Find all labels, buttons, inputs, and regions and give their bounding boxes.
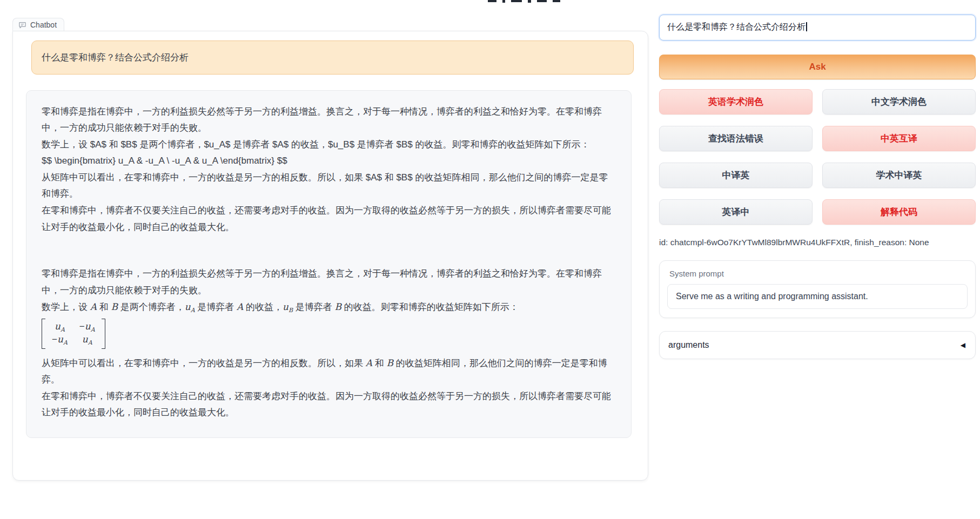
ask-button[interactable]: Ask — [659, 55, 976, 79]
bot-rendered-block: 零和博弈是指在博弈中，一方的利益损失必然等于另一方的利益增益。换言之，对于每一种… — [42, 266, 616, 421]
bot-raw-markdown-block: 零和博弈是指在博弈中，一方的利益损失必然等于另一方的利益增益。换言之，对于每一种… — [42, 104, 616, 236]
bot-rendered-paragraph: 在零和博弈中，博弈者不仅要关注自己的收益，还需要考虑对手的收益。因为一方取得的收… — [42, 388, 616, 421]
system-prompt-panel: System prompt Serve me as a writing and … — [659, 260, 976, 318]
system-prompt-input[interactable]: Serve me as a writing and programming as… — [667, 284, 968, 309]
matrix-cell: −uA — [52, 334, 68, 347]
text-caret — [806, 22, 807, 31]
matrix-left-bracket — [42, 319, 45, 349]
bot-raw-paragraph: 数学上，设 $A$ 和 $B$ 是两个博弈者，$u_A$ 是博弈者 $A$ 的收… — [42, 137, 616, 153]
matrix-cell: uA — [79, 334, 95, 347]
question-input[interactable]: 什么是零和博弈？结合公式介绍分析 — [659, 15, 976, 41]
button-zh-en-mutual-translate[interactable]: 中英互译 — [822, 126, 976, 151]
controls-column: 什么是零和博弈？结合公式介绍分析 Ask 英语学术润色 中文学术润色 查找语法错… — [659, 15, 976, 359]
bot-raw-paragraph: 从矩阵中可以看出，在零和博弈中，一方的收益是另一方的相反数。所以，如果 $A$ … — [42, 170, 616, 203]
app-root: Chatbot 什么是零和博弈？结合公式介绍分析 零和博弈是指在博弈中，一方的利… — [0, 0, 980, 519]
system-prompt-label: System prompt — [669, 269, 968, 278]
page-title-cutoff — [488, 0, 560, 3]
response-status-text: id: chatcmpl-6wOo7KrYTwMl89lbrMWRu4UkFFX… — [659, 238, 976, 247]
bot-rendered-paragraph: 数学上，设 A 和 B 是两个博弈者，uA 是博弈者 A 的收益，uB 是博弈者… — [42, 299, 616, 316]
bot-raw-latex-formula: $$ \begin{bmatrix} u_A & -u_A \ -u_A & u… — [42, 153, 616, 170]
payoff-matrix: uA −uA −uA uA — [42, 316, 616, 355]
user-message-bubble: 什么是零和博弈？结合公式介绍分析 — [31, 41, 634, 75]
button-english-academic-polish[interactable]: 英语学术润色 — [659, 89, 813, 114]
matrix-cell: uA — [52, 321, 68, 334]
question-input-value: 什么是零和博弈？结合公式介绍分析 — [667, 22, 806, 31]
bot-message-bubble: 零和博弈是指在博弈中，一方的利益损失必然等于另一方的利益增益。换言之，对于每一种… — [26, 90, 632, 438]
accordion-collapse-icon: ◀ — [961, 341, 965, 349]
matrix-right-bracket — [102, 319, 105, 349]
arguments-accordion[interactable]: arguments ◀ — [659, 331, 976, 359]
button-find-grammar-errors[interactable]: 查找语法错误 — [659, 126, 813, 151]
chatbot-label-text: Chatbot — [30, 21, 57, 29]
matrix-cell: −uA — [79, 321, 95, 334]
button-academic-zh-to-en[interactable]: 学术中译英 — [822, 163, 976, 188]
button-en-to-zh[interactable]: 英译中 — [659, 199, 813, 225]
button-explain-code[interactable]: 解释代码 — [822, 199, 976, 225]
button-zh-to-en[interactable]: 中译英 — [659, 163, 813, 188]
bot-rendered-paragraph: 从矩阵中可以看出，在零和博弈中，一方的收益是另一方的相反数。所以，如果 A 和 … — [42, 355, 616, 388]
user-message-text: 什么是零和博弈？结合公式介绍分析 — [42, 51, 623, 64]
button-chinese-academic-polish[interactable]: 中文学术润色 — [822, 89, 976, 114]
bot-rendered-paragraph: 零和博弈是指在博弈中，一方的利益损失必然等于另一方的利益增益。换言之，对于每一种… — [42, 266, 616, 299]
chatbot-label: Chatbot — [12, 18, 64, 31]
chatbot-column: Chatbot 什么是零和博弈？结合公式介绍分析 零和博弈是指在博弈中，一方的利… — [12, 18, 648, 481]
bot-raw-paragraph: 在零和博弈中，博弈者不仅要关注自己的收益，还需要考虑对手的收益。因为一方取得的收… — [42, 203, 616, 235]
bot-raw-paragraph: 零和博弈是指在博弈中，一方的利益损失必然等于另一方的利益增益。换言之，对于每一种… — [42, 104, 616, 137]
chatbot-panel[interactable]: 什么是零和博弈？结合公式介绍分析 零和博弈是指在博弈中，一方的利益损失必然等于另… — [12, 31, 648, 481]
arguments-accordion-label: arguments — [668, 340, 709, 350]
chat-bubble-icon — [18, 21, 26, 29]
quick-action-grid: 英语学术润色 中文学术润色 查找语法错误 中英互译 中译英 学术中译英 英译中 … — [659, 89, 976, 225]
